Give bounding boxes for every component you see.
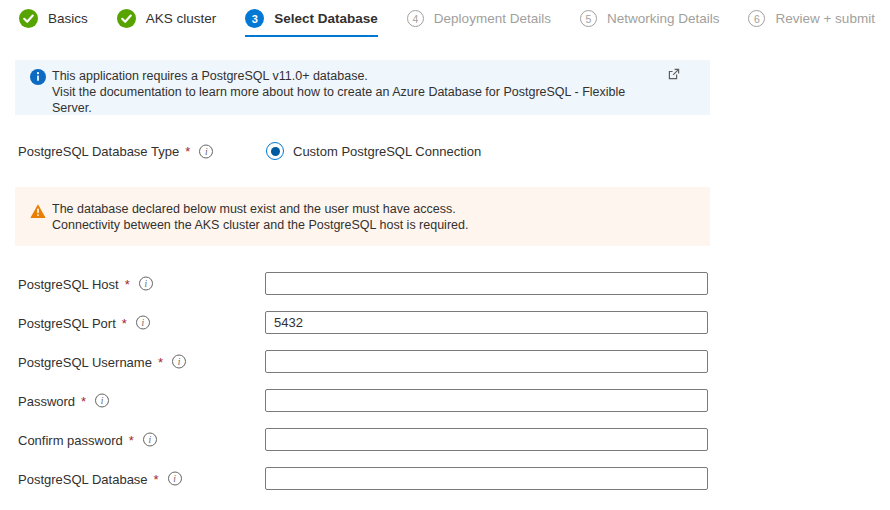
check-circle-icon	[117, 9, 136, 28]
warning-banner: The database declared below must exist a…	[15, 187, 710, 246]
check-circle-icon	[19, 9, 38, 28]
database-type-row: PostgreSQL Database Type* i Custom Postg…	[0, 141, 890, 161]
postgresql-username-input[interactable]	[265, 350, 708, 373]
warning-banner-text: The database declared below must exist a…	[52, 201, 662, 233]
step-number-badge: 6	[748, 10, 765, 27]
radio-dot	[271, 147, 280, 156]
form-row-postgresql-database: PostgreSQL Database* i	[0, 467, 890, 490]
label-text: Confirm password	[18, 432, 123, 447]
postgresql-username-label: PostgreSQL Username* i	[18, 354, 186, 369]
info-banner-line1: This application requires a PostgreSQL v…	[52, 68, 662, 84]
info-tooltip-icon[interactable]: i	[172, 355, 186, 369]
radio-button-selected	[266, 142, 284, 160]
required-asterisk: *	[185, 144, 190, 159]
wizard-tabbar: Basics AKS cluster 3 Select Database 4 D…	[19, 9, 875, 37]
tab-label: Deployment Details	[434, 11, 551, 26]
step-number-badge: 4	[407, 10, 424, 27]
form-row-postgresql-username: PostgreSQL Username* i	[0, 350, 890, 373]
info-tooltip-icon[interactable]: i	[199, 144, 213, 158]
radio-label: Custom PostgreSQL Connection	[293, 144, 481, 159]
tab-aks-cluster[interactable]: AKS cluster	[117, 9, 217, 37]
tab-label: Basics	[48, 11, 88, 26]
warning-icon	[30, 203, 46, 219]
info-tooltip-icon[interactable]: i	[95, 394, 109, 408]
postgresql-port-input[interactable]	[265, 311, 708, 334]
label-text: PostgreSQL Username	[18, 354, 152, 369]
form-row-postgresql-host: PostgreSQL Host* i	[0, 272, 890, 295]
confirm-password-input[interactable]	[265, 428, 708, 451]
confirm-password-label: Confirm password* i	[18, 432, 157, 447]
postgresql-host-input[interactable]	[265, 272, 708, 295]
info-tooltip-icon[interactable]: i	[139, 277, 153, 291]
required-asterisk: *	[154, 471, 159, 486]
password-input[interactable]	[265, 389, 708, 412]
select-database-wizard-page: Basics AKS cluster 3 Select Database 4 D…	[0, 0, 890, 510]
required-asterisk: *	[158, 354, 163, 369]
postgresql-host-label: PostgreSQL Host* i	[18, 276, 153, 291]
tab-networking-details[interactable]: 5 Networking Details	[580, 10, 720, 36]
tab-select-database[interactable]: 3 Select Database	[245, 9, 378, 37]
tab-basics[interactable]: Basics	[19, 9, 88, 37]
database-type-label: PostgreSQL Database Type* i	[18, 144, 213, 159]
form-row-confirm-password: Confirm password* i	[0, 428, 890, 451]
tab-label: Select Database	[274, 11, 378, 26]
info-banner: This application requires a PostgreSQL v…	[15, 60, 710, 115]
tab-deployment-details[interactable]: 4 Deployment Details	[407, 10, 551, 36]
tab-label: Networking Details	[607, 11, 720, 26]
form-row-password: Password* i	[0, 389, 890, 412]
info-tooltip-icon[interactable]: i	[143, 433, 157, 447]
tab-review-submit[interactable]: 6 Review + submit	[748, 10, 874, 36]
tab-label: AKS cluster	[146, 11, 217, 26]
required-asterisk: *	[129, 432, 134, 447]
info-banner-line2: Visit the documentation to learn more ab…	[52, 84, 662, 116]
info-banner-text: This application requires a PostgreSQL v…	[52, 68, 662, 116]
external-link-icon[interactable]	[668, 68, 680, 80]
warning-banner-line1: The database declared below must exist a…	[52, 201, 662, 217]
step-number-badge: 5	[580, 10, 597, 27]
label-text: PostgreSQL Port	[18, 315, 116, 330]
label-text: Password	[18, 393, 75, 408]
tab-label: Review + submit	[775, 11, 874, 26]
postgresql-database-label: PostgreSQL Database* i	[18, 471, 182, 486]
info-tooltip-icon[interactable]: i	[168, 472, 182, 486]
postgresql-database-input[interactable]	[265, 467, 708, 490]
label-text: PostgreSQL Database	[18, 471, 148, 486]
required-asterisk: *	[125, 276, 130, 291]
password-label: Password* i	[18, 393, 109, 408]
required-asterisk: *	[81, 393, 86, 408]
warning-banner-line2: Connectivity between the AKS cluster and…	[52, 217, 662, 233]
info-tooltip-icon[interactable]: i	[136, 316, 150, 330]
info-icon	[30, 69, 46, 85]
label-text: PostgreSQL Host	[18, 276, 119, 291]
required-asterisk: *	[122, 315, 127, 330]
custom-postgresql-connection-radio[interactable]: Custom PostgreSQL Connection	[266, 142, 481, 160]
step-number-badge: 3	[245, 9, 264, 28]
form-row-postgresql-port: PostgreSQL Port* i	[0, 311, 890, 334]
label-text: PostgreSQL Database Type	[18, 144, 179, 159]
postgresql-port-label: PostgreSQL Port* i	[18, 315, 150, 330]
